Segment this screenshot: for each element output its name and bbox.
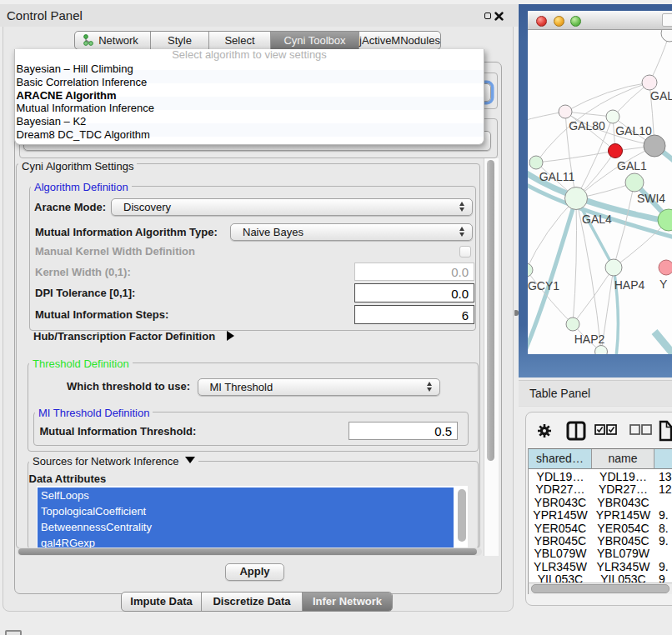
svg-text:HAP4: HAP4 xyxy=(614,278,645,292)
svg-text:GAL80: GAL80 xyxy=(569,119,605,132)
svg-text:Y: Y xyxy=(659,278,668,291)
svg-text:GAL11: GAL11 xyxy=(539,170,575,183)
svg-text:GCY1: GCY1 xyxy=(528,279,559,292)
svg-text:SWI4: SWI4 xyxy=(637,192,665,205)
svg-text:GAL1: GAL1 xyxy=(617,159,647,172)
svg-text:GAL: GAL xyxy=(650,89,672,102)
svg-text:HAP2: HAP2 xyxy=(574,332,605,346)
svg-text:GAL4: GAL4 xyxy=(582,212,612,226)
svg-text:GAL10: GAL10 xyxy=(615,124,652,138)
